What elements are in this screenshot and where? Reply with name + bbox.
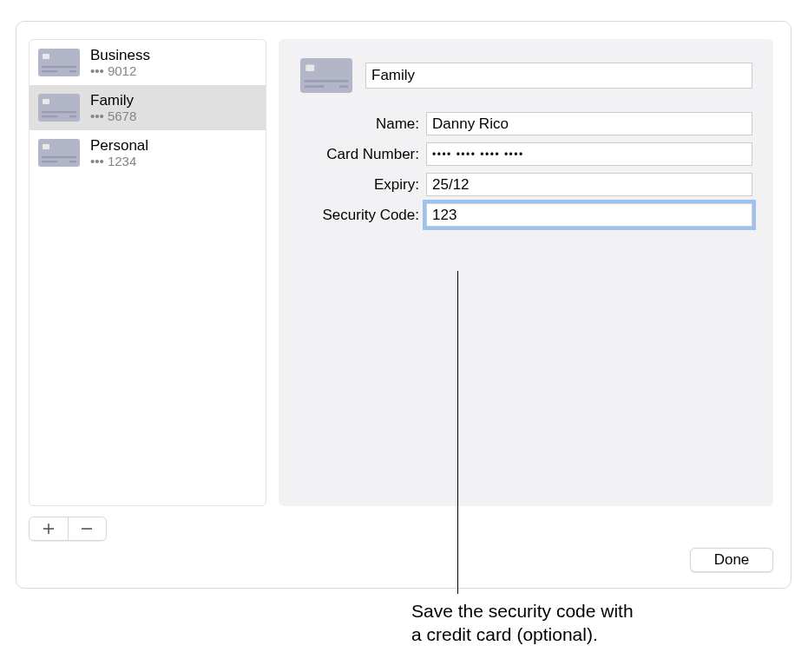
done-button[interactable]: Done — [690, 548, 773, 572]
form-rows: Name: Card Number: Expiry: Security Code… — [299, 112, 752, 227]
card-detail-panel: Name: Card Number: Expiry: Security Code… — [279, 39, 773, 506]
footer: Done — [690, 548, 773, 572]
svg-rect-20 — [305, 80, 348, 82]
name-input[interactable] — [426, 112, 752, 135]
sidebar-item-business[interactable]: Business ••• 9012 — [30, 40, 266, 85]
svg-rect-13 — [42, 161, 57, 162]
expiry-label: Expiry: — [299, 176, 419, 194]
minus-icon — [81, 523, 93, 535]
security-code-label: Security Code: — [299, 207, 419, 224]
sidebar-item-title: Personal — [90, 137, 148, 155]
svg-rect-19 — [305, 65, 314, 72]
sidebar-item-text: Personal ••• 1234 — [90, 137, 148, 169]
svg-rect-14 — [69, 161, 76, 162]
svg-rect-17 — [82, 528, 92, 530]
card-title-row — [299, 58, 752, 93]
svg-rect-4 — [69, 70, 76, 72]
security-code-input[interactable] — [426, 203, 752, 227]
sidebar-item-text: Business ••• 9012 — [90, 47, 150, 79]
expiry-input[interactable] — [426, 173, 752, 196]
sidebar-column: Business ••• 9012 Family ••• 5678 — [29, 39, 266, 588]
sidebar-item-title: Family — [90, 92, 136, 109]
credit-card-icon — [38, 139, 80, 167]
sidebar-item-sub: ••• 1234 — [90, 154, 148, 168]
sidebar-item-sub: ••• 9012 — [90, 63, 150, 78]
card-number-label: Card Number: — [299, 146, 419, 163]
svg-rect-2 — [42, 66, 76, 68]
add-card-button[interactable] — [30, 517, 68, 540]
caption-line2: a credit card (optional). — [411, 624, 598, 644]
cards-sidebar: Business ••• 9012 Family ••• 5678 — [29, 39, 266, 506]
callout-line — [457, 271, 458, 594]
svg-rect-21 — [305, 85, 325, 88]
name-label: Name: — [299, 115, 419, 133]
sidebar-item-text: Family ••• 5678 — [90, 92, 136, 124]
svg-rect-12 — [42, 156, 76, 158]
svg-rect-8 — [42, 115, 57, 117]
svg-rect-3 — [42, 70, 57, 72]
sidebar-item-personal[interactable]: Personal ••• 1234 — [30, 130, 266, 175]
row-card-number: Card Number: — [299, 142, 752, 166]
credit-card-icon — [38, 94, 80, 122]
row-expiry: Expiry: — [299, 173, 752, 196]
caption: Save the security code with a credit car… — [411, 599, 741, 647]
plus-icon — [43, 523, 55, 535]
credit-card-icon — [38, 49, 80, 76]
credit-card-icon — [299, 58, 353, 93]
caption-line1: Save the security code with — [411, 601, 634, 621]
sidebar-item-family[interactable]: Family ••• 5678 — [30, 85, 266, 130]
card-number-input[interactable] — [426, 142, 752, 166]
svg-rect-6 — [43, 99, 49, 104]
sidebar-item-sub: ••• 5678 — [90, 109, 136, 123]
svg-rect-22 — [339, 85, 348, 88]
svg-rect-11 — [43, 144, 49, 149]
remove-card-button[interactable] — [69, 517, 107, 540]
row-security-code: Security Code: — [299, 203, 752, 227]
card-title-input[interactable] — [365, 63, 752, 89]
sidebar-item-title: Business — [90, 47, 150, 64]
preferences-window: Business ••• 9012 Family ••• 5678 — [16, 21, 792, 589]
svg-rect-16 — [43, 528, 54, 530]
row-name: Name: — [299, 112, 752, 135]
svg-rect-1 — [43, 54, 49, 59]
content-area: Business ••• 9012 Family ••• 5678 — [16, 22, 791, 588]
svg-rect-9 — [69, 115, 76, 117]
sidebar-add-remove — [29, 517, 107, 541]
security-code-wrap — [426, 203, 752, 227]
svg-rect-7 — [42, 111, 76, 113]
